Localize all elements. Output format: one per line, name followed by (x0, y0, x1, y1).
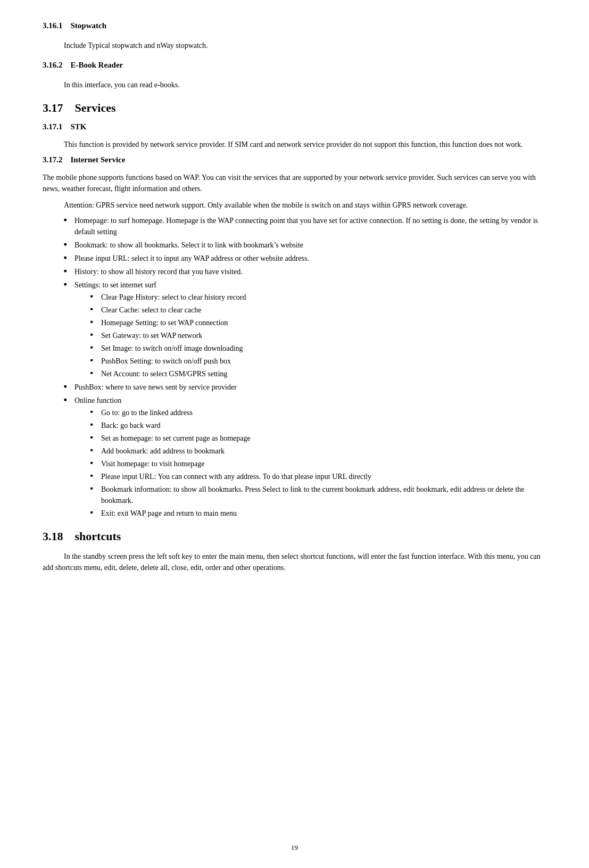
list-item-settings-text: Settings: to set internet surf (74, 281, 156, 289)
para-3162: In this interface, you can read e-books. (64, 79, 546, 90)
sub-item-set-homepage: Set as homepage: to set current page as … (90, 433, 546, 444)
heading-318-title: shortcuts (75, 530, 121, 543)
sub-list-online: Go to: go to the linked address Back: go… (90, 407, 546, 519)
sub-item-exit: Exit: exit WAP page and return to main m… (90, 508, 546, 519)
sub-item-set-image: Set Image: to switch on/off image downlo… (90, 343, 546, 354)
list-item-pushbox: PushBox: where to save news sent by serv… (64, 382, 546, 393)
heading-3171-num: 3.17.1 (43, 122, 63, 131)
heading-3162-num: 3.16.2 (43, 61, 63, 69)
para-3172-2: Attention: GPRS service need network sup… (64, 200, 546, 211)
heading-3172-num: 3.17.2 (43, 155, 63, 164)
section-3161: 3.16.1 Stopwatch Include Typical stopwat… (43, 21, 546, 51)
heading-3171: 3.17.1 STK (43, 122, 546, 131)
sub-item-pushbox-setting: PushBox Setting: to switch on/off push b… (90, 356, 546, 367)
sub-item-bookmark-info: Bookmark information: to show all bookma… (90, 484, 546, 506)
heading-317-num: 3.17 (43, 101, 63, 114)
page-container: 3.16.1 Stopwatch Include Typical stopwat… (0, 0, 589, 868)
heading-3161-title: Stopwatch (71, 21, 107, 30)
heading-3161: 3.16.1 Stopwatch (43, 21, 546, 30)
list-item-url: Please input URL: select it to input any… (64, 253, 546, 264)
heading-3162-title: E-Book Reader (71, 61, 123, 69)
sub-item-visit-homepage: Visit homepage: to visit homepage (90, 458, 546, 469)
sub-item-back: Back: go back ward (90, 420, 546, 431)
list-item-bookmark: Bookmark: to show all bookmarks. Select … (64, 239, 546, 251)
list-item-online-text: Online function (74, 396, 121, 404)
sub-item-homepage-setting: Homepage Setting: to set WAP connection (90, 317, 546, 328)
list-item-homepage-text: Homepage: to surf homepage. Homepage is … (74, 217, 538, 236)
section-3162: 3.16.2 E-Book Reader In this interface, … (43, 61, 546, 90)
list-item-url-text: Please input URL: select it to input any… (74, 254, 309, 262)
list-item-pushbox-text: PushBox: where to save news sent by serv… (74, 383, 237, 391)
section-318: 3.18 shortcuts In the standby screen pre… (43, 530, 546, 573)
page-number: 19 (291, 844, 298, 852)
sub-item-add-bookmark: Add bookmark: add address to bookmark (90, 445, 546, 457)
heading-317: 3.17 Services (43, 101, 546, 115)
para-3171: This function is provided by network ser… (64, 139, 546, 150)
para-3172-1: The mobile phone supports functions base… (43, 172, 546, 194)
para-3161: Include Typical stopwatch and nWay stopw… (64, 40, 546, 51)
sub-item-set-gateway: Set Gateway: to set WAP network (90, 330, 546, 341)
sub-item-clear-cache: Clear Cache: select to clear cache (90, 304, 546, 316)
heading-318: 3.18 shortcuts (43, 530, 546, 543)
list-item-settings: Settings: to set internet surf Clear Pag… (64, 279, 546, 379)
sub-item-goto: Go to: go to the linked address (90, 407, 546, 418)
heading-3171-title: STK (71, 122, 87, 131)
sub-item-net-account: Net Account: to select GSM/GPRS setting (90, 368, 546, 379)
section-3172: 3.17.2 Internet Service The mobile phone… (43, 155, 546, 519)
heading-317-title: Services (75, 101, 116, 114)
heading-3172: 3.17.2 Internet Service (43, 155, 546, 164)
list-item-online: Online function Go to: go to the linked … (64, 395, 546, 519)
heading-3162: 3.16.2 E-Book Reader (43, 61, 546, 70)
sub-item-clear-history: Clear Page History: select to clear hist… (90, 292, 546, 303)
list-item-history-text: History: to show all history record that… (74, 268, 243, 276)
sub-list-settings: Clear Page History: select to clear hist… (90, 292, 546, 379)
heading-318-num: 3.18 (43, 530, 63, 543)
list-item-bookmark-text: Bookmark: to show all bookmarks. Select … (74, 241, 303, 249)
para-318: In the standby screen press the left sof… (43, 551, 546, 573)
list-item-homepage: Homepage: to surf homepage. Homepage is … (64, 215, 546, 237)
section-3171: 3.17.1 STK This function is provided by … (43, 122, 546, 150)
section-317: 3.17 Services (43, 101, 546, 115)
heading-3161-num: 3.16.1 (43, 21, 63, 30)
bullet-list-3172: Homepage: to surf homepage. Homepage is … (64, 215, 546, 519)
sub-item-input-url: Please input URL: You can connect with a… (90, 471, 546, 482)
list-item-history: History: to show all history record that… (64, 266, 546, 277)
heading-3172-title: Internet Service (71, 155, 126, 164)
